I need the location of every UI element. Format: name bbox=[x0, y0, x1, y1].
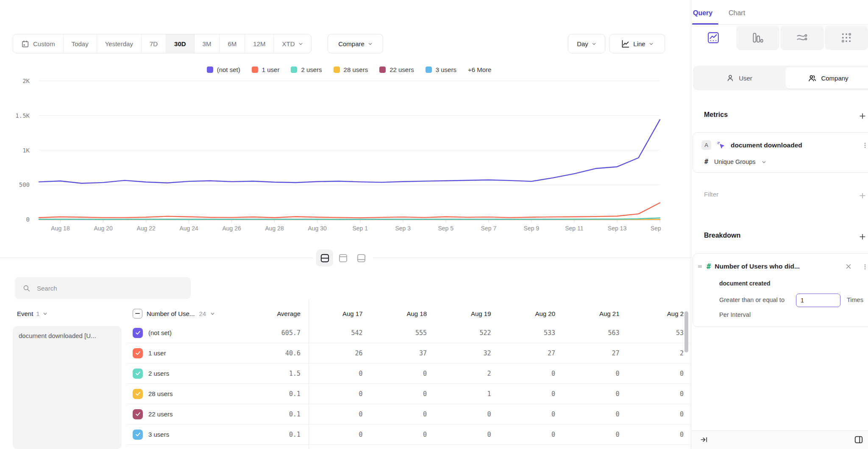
metric-menu-button[interactable] bbox=[862, 141, 868, 151]
svg-text:Sep 7: Sep 7 bbox=[481, 225, 497, 232]
legend-more[interactable]: +6 More bbox=[468, 66, 491, 73]
row-value: 0 bbox=[501, 370, 566, 377]
breakdown-unit: Times bbox=[847, 297, 863, 303]
tab-query[interactable]: Query bbox=[693, 9, 712, 17]
range-button-30d[interactable]: 30D bbox=[166, 34, 195, 53]
row-value: 27 bbox=[565, 349, 630, 357]
check-icon bbox=[135, 411, 141, 417]
legend-item[interactable]: 22 users bbox=[379, 66, 414, 73]
collapse-panel-button[interactable] bbox=[700, 435, 708, 446]
range-button-custom[interactable]: Custom bbox=[13, 34, 64, 53]
event-list-item[interactable]: document downloaded [U... bbox=[13, 326, 122, 449]
metric-aggregation-dropdown[interactable]: # Unique Groups bbox=[704, 158, 766, 166]
legend-item[interactable]: 2 users bbox=[291, 66, 322, 73]
legend-item[interactable]: 28 users bbox=[334, 66, 368, 73]
company-users-icon bbox=[808, 74, 817, 83]
date-column-header[interactable]: Aug 19 bbox=[437, 310, 501, 317]
row-average-value: 0.1 bbox=[258, 431, 300, 438]
add-metric-button[interactable] bbox=[857, 111, 868, 121]
legend-swatch bbox=[334, 67, 340, 73]
average-column-header[interactable]: Average bbox=[258, 310, 300, 317]
split-view-button[interactable] bbox=[854, 435, 863, 446]
tab-chart[interactable]: Chart bbox=[729, 9, 745, 17]
plus-icon bbox=[858, 112, 867, 120]
range-button-12m[interactable]: 12M bbox=[245, 34, 274, 53]
range-button-7d[interactable]: 7D bbox=[142, 34, 166, 53]
range-label: Yesterday bbox=[105, 40, 133, 47]
breakdown-interval[interactable]: Per Interval bbox=[719, 311, 751, 318]
breakdown-event[interactable]: document created bbox=[719, 280, 771, 287]
line-chart[interactable]: 05001K1.5K2KAug 18Aug 20Aug 22Aug 24Aug … bbox=[8, 75, 663, 236]
svg-text:Aug 30: Aug 30 bbox=[308, 225, 327, 232]
check-icon bbox=[135, 370, 141, 377]
row-checkbox[interactable] bbox=[133, 348, 143, 358]
row-value: 0 bbox=[565, 390, 630, 398]
entity-company-option[interactable]: Company bbox=[785, 67, 868, 89]
chart-type-flow-button[interactable] bbox=[780, 25, 824, 50]
row-checkbox[interactable] bbox=[133, 409, 143, 419]
range-button-today[interactable]: Today bbox=[64, 34, 97, 53]
check-icon bbox=[135, 330, 141, 336]
group-column-header[interactable]: Number of Use... 24 bbox=[126, 309, 258, 319]
chart-type-bar-button[interactable] bbox=[736, 25, 780, 50]
legend-label: 3 users bbox=[436, 66, 456, 73]
row-checkbox[interactable] bbox=[133, 369, 143, 379]
table-scrollbar[interactable] bbox=[684, 311, 688, 352]
close-icon bbox=[845, 263, 852, 270]
row-value: 0 bbox=[565, 370, 630, 377]
date-column-header[interactable]: Aug 21 bbox=[565, 310, 630, 317]
search-input[interactable] bbox=[15, 277, 191, 299]
row-label-cell: 3 users bbox=[126, 430, 258, 440]
breakdown-condition[interactable]: Greater than or equal to bbox=[719, 297, 785, 303]
row-value: 0 bbox=[501, 410, 566, 418]
legend-item[interactable]: 1 user bbox=[252, 66, 280, 73]
row-checkbox[interactable] bbox=[133, 328, 143, 338]
compare-button[interactable]: Compare bbox=[328, 34, 383, 53]
event-column-header[interactable]: Event 1 bbox=[0, 310, 126, 317]
table-only-layout-icon bbox=[356, 253, 366, 263]
date-column-header[interactable]: Aug 17 bbox=[309, 310, 373, 317]
select-all-checkbox[interactable] bbox=[133, 309, 142, 319]
layout-chart-only-button[interactable] bbox=[334, 249, 351, 266]
legend-swatch bbox=[252, 67, 258, 73]
row-checkbox[interactable] bbox=[133, 389, 143, 399]
row-checkbox[interactable] bbox=[133, 430, 143, 440]
legend-swatch bbox=[426, 67, 432, 73]
remove-breakdown-button[interactable] bbox=[845, 263, 852, 272]
range-button-6m[interactable]: 6M bbox=[220, 34, 245, 53]
date-column-header[interactable]: Aug 18 bbox=[373, 310, 437, 317]
row-label-cell: 1 user bbox=[126, 348, 258, 358]
drag-handle-icon[interactable] bbox=[697, 263, 703, 270]
event-header-label: Event bbox=[17, 310, 33, 317]
range-button-xtd[interactable]: XTD bbox=[274, 34, 311, 53]
active-tab-underline bbox=[692, 23, 718, 25]
chart-style-dropdown[interactable]: Line bbox=[609, 34, 665, 53]
legend-item[interactable]: 3 users bbox=[426, 66, 456, 73]
range-button-3m[interactable]: 3M bbox=[195, 34, 220, 53]
legend-item[interactable]: (not set) bbox=[207, 66, 240, 73]
chart-type-line-button[interactable] bbox=[692, 25, 735, 50]
breakdown-menu-button[interactable] bbox=[862, 263, 868, 273]
date-column-header[interactable]: Aug 20 bbox=[501, 310, 566, 317]
layout-table-only-button[interactable] bbox=[353, 249, 370, 266]
row-value: 0 bbox=[437, 431, 501, 438]
breakdown-value-input[interactable] bbox=[796, 294, 840, 307]
range-button-yesterday[interactable]: Yesterday bbox=[97, 34, 142, 53]
split-panel-icon bbox=[854, 435, 863, 444]
row-label: 1 user bbox=[148, 349, 166, 357]
date-column-header[interactable]: Aug 2 bbox=[630, 310, 691, 317]
row-value: 0 bbox=[373, 410, 437, 418]
row-value: 37 bbox=[373, 349, 437, 357]
calendar-icon bbox=[21, 40, 29, 48]
add-filter-button[interactable] bbox=[857, 191, 868, 201]
layout-split-button[interactable] bbox=[316, 249, 333, 266]
chart-type-scatter-button[interactable] bbox=[825, 25, 868, 50]
chart-type-selector bbox=[691, 25, 868, 51]
interval-label: Day bbox=[577, 40, 588, 47]
interval-dropdown[interactable]: Day bbox=[568, 34, 605, 53]
row-average-value: 0.1 bbox=[258, 410, 300, 418]
row-value: 53 bbox=[630, 329, 691, 337]
metric-card[interactable]: A document downloaded # Unique Groups bbox=[693, 132, 868, 173]
add-breakdown-button[interactable] bbox=[857, 232, 868, 242]
entity-user-option[interactable]: User bbox=[693, 66, 785, 90]
